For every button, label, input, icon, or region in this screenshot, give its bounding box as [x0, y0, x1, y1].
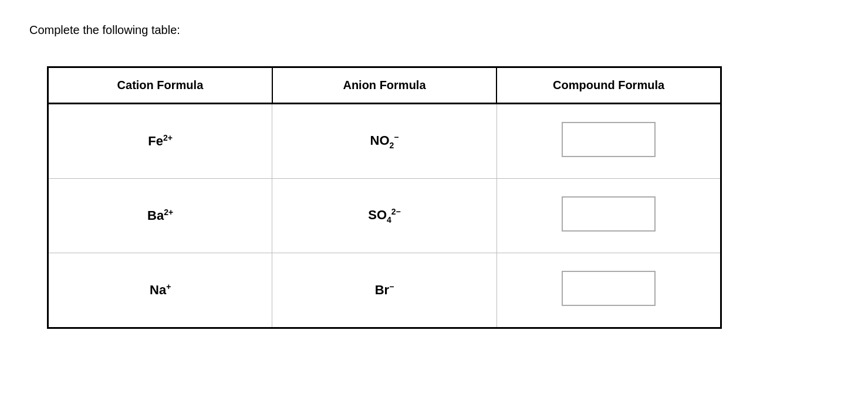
answer-box-2[interactable] [562, 196, 656, 232]
header-row: Cation Formula Anion Formula Compound Fo… [48, 67, 721, 104]
chemistry-table: Cation Formula Anion Formula Compound Fo… [47, 66, 722, 329]
anion-no2: NO2− [272, 104, 497, 179]
cation-fe-base: Fe [148, 134, 163, 149]
anion-br-base: Br [375, 283, 389, 298]
answer-box-3[interactable] [562, 271, 656, 306]
anion-br-superscript: − [389, 282, 394, 291]
cation-na-superscript: + [166, 282, 171, 291]
table-row: Fe2+ NO2− [48, 104, 721, 179]
anion-no2-superscript: − [394, 132, 398, 142]
table-wrapper: Cation Formula Anion Formula Compound Fo… [47, 66, 839, 329]
anion-so4-superscript: 2− [391, 207, 401, 216]
compound-cell-2 [497, 179, 721, 253]
instruction-text: Complete the following table: [29, 23, 839, 37]
table-row: Na+ Br− [48, 253, 721, 328]
anion-so4-subscript: 4 [387, 215, 391, 224]
cation-fe-superscript: 2+ [163, 133, 173, 142]
cation-na: Na+ [48, 253, 272, 328]
anion-no2-subscript: 2 [390, 141, 394, 150]
header-compound: Compound Formula [497, 67, 721, 104]
answer-box-1[interactable] [562, 122, 656, 157]
header-cation: Cation Formula [48, 67, 272, 104]
compound-cell-1 [497, 104, 721, 179]
cation-ba-base: Ba [147, 209, 164, 223]
cation-fe: Fe2+ [48, 104, 272, 179]
anion-so4-base: SO [368, 207, 387, 222]
anion-no2-base: NO [370, 133, 390, 148]
cation-ba-superscript: 2+ [164, 207, 173, 217]
anion-br: Br− [272, 253, 497, 328]
anion-so4: SO42− [272, 179, 497, 253]
compound-cell-3 [497, 253, 721, 328]
header-anion: Anion Formula [272, 67, 497, 104]
table-row: Ba2+ SO42− [48, 179, 721, 253]
cation-na-base: Na [150, 283, 166, 298]
cation-ba: Ba2+ [48, 179, 272, 253]
